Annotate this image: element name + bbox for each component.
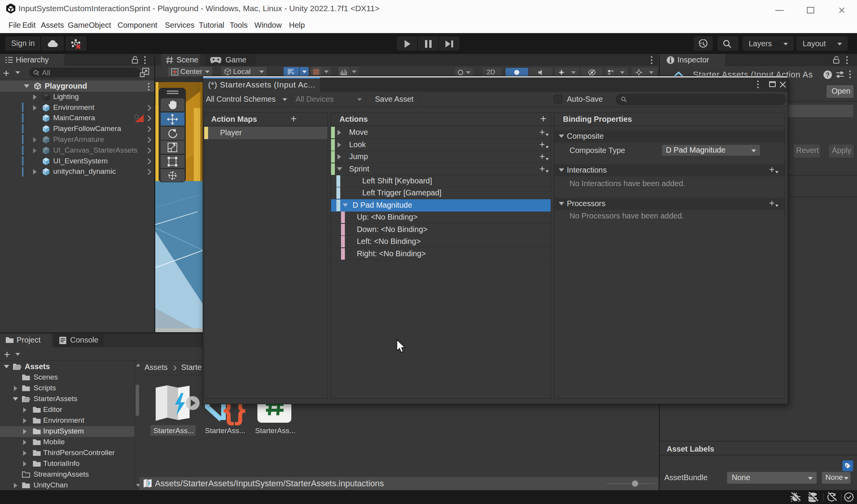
svg-text:?: ? <box>826 72 830 78</box>
